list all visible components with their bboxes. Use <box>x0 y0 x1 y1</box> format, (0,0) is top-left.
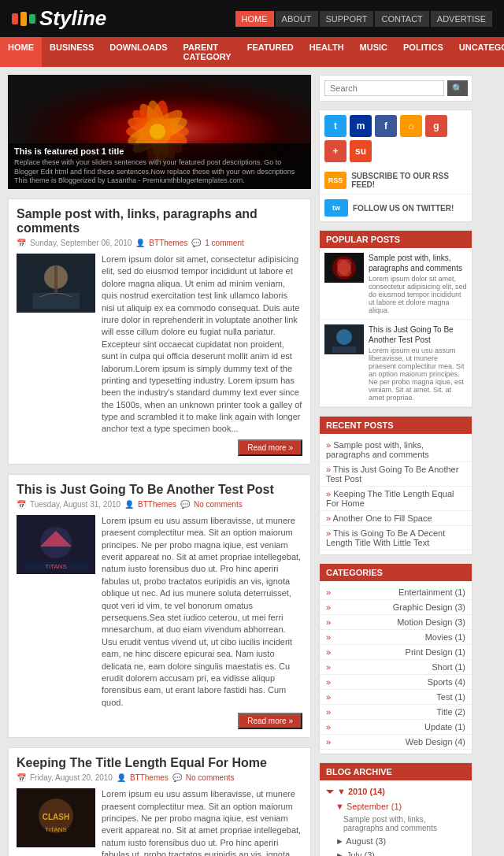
recent-posts-list: Sample post with, links, paragraphs and … <box>320 434 472 554</box>
header-nav-about[interactable]: ABOUT <box>276 11 318 27</box>
archive-sep-post[interactable]: Sample post with, links, paragraphs and … <box>320 813 472 834</box>
year-expand-icon <box>326 790 334 794</box>
person-icon-2: 👤 <box>124 500 134 509</box>
post-3-date: Friday, August 20, 2010 <box>30 773 113 782</box>
post-2-author[interactable]: BTThemes <box>138 500 176 509</box>
recent-post-2[interactable]: This is Just Going To Be Another Test Po… <box>320 462 472 487</box>
cat-movies[interactable]: Movies (1) <box>320 630 472 645</box>
archive-aug-item[interactable]: ► August (3) <box>320 834 472 848</box>
popular-post-1-content: Sample post with, links, paragraphs and … <box>369 253 467 314</box>
follow-text: FOLLOW US ON TWITTER! <box>353 204 454 213</box>
header-nav: HOME ABOUT SUPPORT CONTACT ADVERTISE <box>235 11 492 27</box>
recent-post-4[interactable]: Another One to Fill Space <box>320 511 472 526</box>
featured-description: Replace these with your sliders sentence… <box>14 158 305 186</box>
post-1-author[interactable]: BTThemes <box>149 239 187 247</box>
post-3-author[interactable]: BTThemes <box>130 773 169 782</box>
popular-post-2-content: This is Just Going To Be Another Test Po… <box>369 324 467 402</box>
post-2-comments[interactable]: No comments <box>194 500 243 509</box>
cat-motion-design[interactable]: Motion Design (3) <box>320 615 472 630</box>
popular-post-2-excerpt: Lorem ipsum eu usu assum liberavisse, ut… <box>369 346 467 402</box>
nav-parent-category[interactable]: PARENT CATEGORY <box>176 37 239 67</box>
sidebar: 🔍 t m f ⌂ g + su RSS SUBSCRIBE TO OUR RS… <box>319 75 472 856</box>
recent-posts-title: RECENT POSTS <box>320 417 472 434</box>
subscribe-box[interactable]: RSS SUBSCRIBE TO OUR RSS FEED! <box>320 167 472 195</box>
archive-year-label: ▼ 2010 (14) <box>337 787 385 796</box>
svg-rect-13 <box>54 265 57 293</box>
post-3-thumbnail: CLASH TITANS <box>17 788 95 847</box>
stumble-icon[interactable]: su <box>350 140 372 162</box>
comment-icon-1: 💬 <box>191 239 201 247</box>
myspace-icon[interactable]: m <box>350 115 372 137</box>
comment-icon-2: 💬 <box>180 500 190 509</box>
header-nav-home[interactable]: HOME <box>235 11 274 27</box>
post-3-comments[interactable]: No comments <box>186 773 235 782</box>
logo-icon <box>12 11 35 27</box>
logo[interactable]: Styline <box>12 6 106 31</box>
post-1-date: Sunday, September 06, 2010 <box>30 239 132 247</box>
post-2-footer: Read more » <box>17 709 302 729</box>
cat-test[interactable]: Test (1) <box>320 690 472 705</box>
post-2-read-more[interactable]: Read more » <box>238 713 302 729</box>
nav-health[interactable]: HEALTH <box>302 37 352 67</box>
popular-thumb-1 <box>324 253 364 283</box>
cat-print-design[interactable]: Print Design (1) <box>320 645 472 660</box>
popular-post-2-title: This is Just Going To Be Another Test Po… <box>369 324 467 345</box>
post-1-body: Lorem ipsum dolor sit amet, consectetur … <box>17 254 302 435</box>
svg-text:CLASH: CLASH <box>43 813 69 821</box>
post-1-title[interactable]: Sample post with, links, paragraphs and … <box>17 207 302 235</box>
post-2-meta: 📅 Tuesday, August 31, 2010 👤 BTThemes 💬 … <box>17 500 302 509</box>
cat-title[interactable]: Title (2) <box>320 705 472 720</box>
recent-post-3[interactable]: Keeping The Title Length Equal For Home <box>320 487 472 511</box>
cat-graphic-design[interactable]: Graphic Design (3) <box>320 600 472 615</box>
nav-uncategorized[interactable]: UNCATEGORIZED <box>451 37 504 67</box>
twitter-icon[interactable]: t <box>324 115 346 137</box>
nav-politics[interactable]: POLITICS <box>395 37 451 67</box>
post-2-body: TITANS Lorem ipsum eu usu assum liberavi… <box>17 515 302 709</box>
follow-icon: tw <box>324 199 348 217</box>
popular-post-2[interactable]: This is Just Going To Be Another Test Po… <box>320 320 472 407</box>
nav-home[interactable]: HOME <box>0 37 42 67</box>
header-nav-support[interactable]: SUPPORT <box>320 11 374 27</box>
cat-web-design[interactable]: Web Design (4) <box>320 735 472 750</box>
cat-entertainment[interactable]: Entertainment (1) <box>320 585 472 600</box>
header-nav-advertise[interactable]: ADVERTISE <box>431 11 492 27</box>
main-container: This is featured post 1 title Replace th… <box>0 67 504 856</box>
nav-downloads[interactable]: DOWNLOADS <box>102 37 175 67</box>
follow-box[interactable]: tw FOLLOW US ON TWITTER! <box>320 195 472 221</box>
cat-update[interactable]: Update (1) <box>320 720 472 735</box>
popular-post-1[interactable]: Sample post with, links, paragraphs and … <box>320 248 472 320</box>
post-2-title[interactable]: This is Just Going To Be Another Test Po… <box>17 483 302 497</box>
svg-point-9 <box>150 124 165 139</box>
header-nav-contact[interactable]: CONTACT <box>375 11 428 27</box>
archive-year-2010[interactable]: ▼ 2010 (14) <box>320 784 472 799</box>
nav-featured[interactable]: FEATURED <box>239 37 302 67</box>
archive-jul-item[interactable]: ► July (3) <box>320 848 472 856</box>
svg-point-29 <box>336 329 352 345</box>
search-button[interactable]: 🔍 <box>447 80 468 96</box>
popular-post-1-excerpt: Lorem ipsum dolor sit amet, consectetur … <box>369 275 467 314</box>
calendar-icon-3: 📅 <box>17 773 26 782</box>
gmail-icon[interactable]: g <box>425 115 447 137</box>
post-1-comments[interactable]: 1 comment <box>205 239 243 247</box>
archive-title: BLOG ARCHIVE <box>320 763 472 780</box>
google-icon[interactable]: + <box>324 140 346 162</box>
popular-posts-section: POPULAR POSTS Sample post with, links, p… <box>319 230 472 408</box>
subscribe-text: SUBSCRIBE TO OUR RSS FEED! <box>351 172 467 189</box>
svg-text:TITANS: TITANS <box>45 563 67 570</box>
recent-post-5[interactable]: This is Going To Be A Decent Length Titl… <box>320 526 472 550</box>
archive-sep-item[interactable]: ▼ September (1) <box>320 799 472 813</box>
cat-sports[interactable]: Sports (4) <box>320 675 472 690</box>
calendar-icon-1: 📅 <box>17 239 26 247</box>
recent-post-1[interactable]: Sample post with, links, paragraphs and … <box>320 438 472 462</box>
cat-short[interactable]: Short (1) <box>320 660 472 675</box>
popular-posts-title: POPULAR POSTS <box>320 231 472 248</box>
search-input[interactable] <box>324 80 444 96</box>
post-1-read-more[interactable]: Read more » <box>238 439 302 456</box>
post-3-title[interactable]: Keeping The Title Length Equal For Home <box>17 756 302 770</box>
nav-music[interactable]: MUSIC <box>352 37 395 67</box>
post-2-excerpt: Lorem ipsum eu usu assum liberavisse, ut… <box>102 515 302 709</box>
featured-post[interactable]: This is featured post 1 title Replace th… <box>8 75 311 189</box>
facebook-icon[interactable]: f <box>375 115 397 137</box>
nav-business[interactable]: BUSINESS <box>42 37 102 67</box>
rss-icon[interactable]: ⌂ <box>400 115 422 137</box>
